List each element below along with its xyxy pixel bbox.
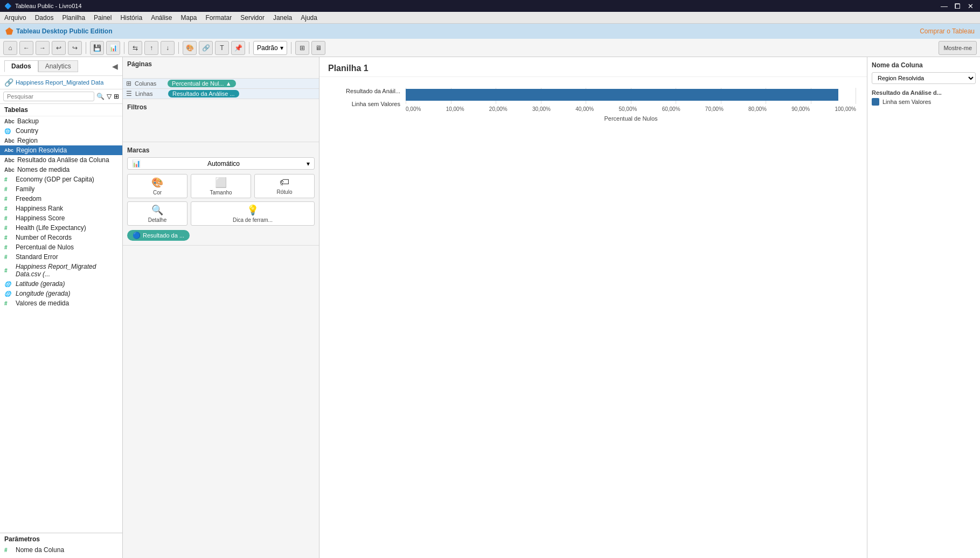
home-button[interactable]: ⌂ [3, 41, 17, 55]
forward-button[interactable]: → [36, 41, 50, 55]
table-item-region-resolvida[interactable]: Abc Region Resolvida [0, 145, 122, 155]
title-bar-controls[interactable]: — ⧠ ✕ [939, 2, 976, 10]
color-button[interactable]: 🎨 [183, 41, 197, 55]
table-item-freedom[interactable]: # Freedom [0, 194, 122, 204]
view-dropdown[interactable]: Padrão ▾ [253, 41, 287, 55]
type-icon-hash: # [4, 177, 13, 183]
menu-planilha[interactable]: Planilha [62, 14, 85, 22]
search-input[interactable] [3, 92, 94, 101]
source-label: Happiness Report_Migrated Data [16, 79, 103, 86]
text-button[interactable]: T [215, 41, 229, 55]
mark-tooltip[interactable]: 💡 Dica de ferram... [191, 201, 315, 226]
buy-tableau-link[interactable]: Comprar o Tableau [920, 27, 975, 35]
tick-50: 50,00% [618, 106, 637, 112]
toolbar: ⌂ ← → ↩ ↪ 💾 📊 ⇆ ↑ ↓ 🎨 🔗 T 📌 Padrão ▾ ⊞ 🖥… [0, 39, 980, 57]
resultado-pill-label: Resultado da ... [143, 232, 184, 239]
label-icon: 🏷 [280, 177, 289, 188]
mark-rotulo[interactable]: 🏷 Rótulo [254, 174, 315, 198]
undo-button[interactable]: ↩ [52, 41, 66, 55]
menu-painel[interactable]: Painel [94, 14, 112, 22]
pill-icon: 🔵 [133, 232, 141, 239]
y-axis: Resultado da Anáil... Linha sem Valores [330, 88, 400, 107]
shelf-section: ⊞ Colunas Percentual de Nul... ▲ ☰ Linha… [123, 79, 319, 99]
param-nome-coluna[interactable]: # Nome da Coluna [0, 545, 122, 558]
column-name-dropdown[interactable]: Region Resolvida [872, 72, 976, 84]
legend-color-swatch [872, 98, 879, 106]
menu-formatar[interactable]: Formatar [206, 14, 232, 22]
tick-60: 60,00% [662, 106, 680, 112]
table-item-family[interactable]: # Family [0, 184, 122, 194]
menu-janela[interactable]: Janela [273, 14, 292, 22]
new-datasource-button[interactable]: 📊 [106, 41, 120, 55]
bar-row-label: Linha sem Valores [352, 101, 400, 107]
table-item-region[interactable]: Abc Region [0, 136, 122, 145]
back-button[interactable]: ← [19, 41, 33, 55]
table-item-longitude[interactable]: 🌐 Longitude (gerada) [0, 289, 122, 298]
menu-servidor[interactable]: Servidor [240, 14, 265, 22]
table-item-latitude[interactable]: 🌐 Latitude (gerada) [0, 279, 122, 289]
table-item-country[interactable]: 🌐 Country [0, 126, 122, 136]
type-icon-hash: # [4, 206, 13, 212]
type-icon-abc: Abc [4, 138, 15, 144]
columns-shelf-row: ⊞ Colunas Percentual de Nul... ▲ [123, 79, 319, 89]
close-button[interactable]: ✕ [965, 2, 976, 10]
bar-row [406, 88, 856, 104]
table-item-nomes-medida[interactable]: Abc Nomes de medida [0, 165, 122, 175]
table-name: Longitude (gerada) [16, 290, 70, 297]
device-button[interactable]: 🖥 [311, 41, 325, 55]
sidebar-source: 🔗 Happiness Report_Migrated Data [0, 76, 122, 89]
right-sidebar: Nome da Coluna Region Resolvida Resultad… [867, 57, 980, 558]
menu-historia[interactable]: História [120, 14, 142, 22]
table-name: Economy (GDP per Capita) [16, 176, 94, 183]
resultado-pill[interactable]: 🔵 Resultado da ... [127, 230, 190, 241]
table-item-percentual-nulos[interactable]: # Percentual de Nulos [0, 242, 122, 252]
link-button[interactable]: 🔗 [199, 41, 213, 55]
redo-button[interactable]: ↪ [68, 41, 82, 55]
tab-dados[interactable]: Dados [4, 60, 38, 72]
mark-cor[interactable]: 🎨 Cor [127, 174, 187, 198]
type-icon-abc: Abc [4, 118, 15, 124]
mark-cor-label: Cor [153, 190, 162, 196]
table-item-backup[interactable]: Abc Backup [0, 116, 122, 126]
pin-button[interactable]: 📌 [231, 41, 245, 55]
view-dropdown-label: Padrão [257, 44, 278, 52]
table-item-number-of-records[interactable]: # Number of Records [0, 233, 122, 242]
grid-icon[interactable]: ⊞ [114, 93, 119, 100]
maximize-button[interactable]: ⧠ [952, 2, 963, 10]
type-icon-globe: 🌐 [4, 291, 13, 297]
columns-pill[interactable]: Percentual de Nul... ▲ [168, 80, 236, 87]
table-item-valores-medida[interactable]: # Valores de medida [0, 298, 122, 308]
columns-pill-label: Percentual de Nul... ▲ [172, 80, 232, 87]
filter-icon[interactable]: ▽ [107, 93, 112, 100]
table-name: Standard Error [16, 253, 58, 261]
menu-mapa[interactable]: Mapa [180, 14, 197, 22]
menu-ajuda[interactable]: Ajuda [301, 14, 317, 22]
tab-analytics[interactable]: Analytics [38, 60, 78, 72]
save-button[interactable]: 💾 [90, 41, 104, 55]
table-item-happiness-rank[interactable]: # Happiness Rank [0, 204, 122, 213]
table-item-csv[interactable]: # Happiness Report_Migrated Data.csv (..… [0, 262, 122, 279]
sort-asc-button[interactable]: ↑ [144, 41, 158, 55]
menu-analise[interactable]: Análise [151, 14, 172, 22]
lines-pill[interactable]: Resultado da Análise ... [168, 90, 239, 97]
show-me-button[interactable]: Mostre-me [939, 41, 977, 55]
minimize-button[interactable]: — [939, 2, 950, 10]
table-item-economy[interactable]: # Economy (GDP per Capita) [0, 175, 122, 184]
menu-dados[interactable]: Dados [35, 14, 54, 22]
table-item-resultado-analise[interactable]: Abc Resultado da Análise da Coluna [0, 155, 122, 165]
mark-tamanho[interactable]: ⬜ Tamanho [191, 174, 251, 198]
table-item-standard-error[interactable]: # Standard Error [0, 252, 122, 262]
marks-dropdown[interactable]: 📊 Automático ▾ [127, 157, 315, 170]
sort-desc-button[interactable]: ↓ [161, 41, 175, 55]
sidebar-close-icon[interactable]: ◀ [112, 62, 118, 71]
table-name: Backup [17, 117, 39, 125]
fit-button[interactable]: ⊞ [295, 41, 309, 55]
table-item-health[interactable]: # Health (Life Expectancy) [0, 223, 122, 233]
mark-detalhe[interactable]: 🔍 Detalhe [127, 201, 187, 226]
sheet-title: Planilha 1 [319, 57, 867, 77]
swap-button[interactable]: ⇆ [128, 41, 142, 55]
top-bar-left: ⬟ Tableau Desktop Public Edition [5, 26, 112, 37]
menu-arquivo[interactable]: Arquivo [4, 14, 26, 22]
table-item-happiness-score[interactable]: # Happiness Score [0, 213, 122, 223]
separator-4 [249, 42, 249, 54]
